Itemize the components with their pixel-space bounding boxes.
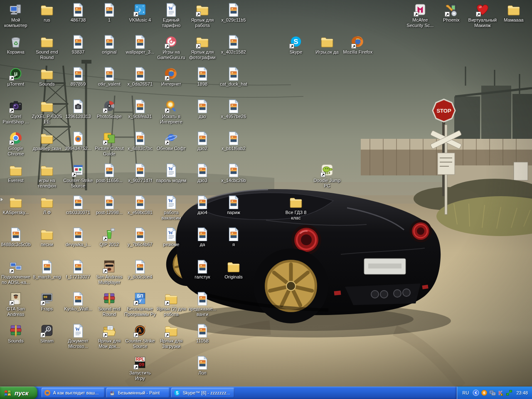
desktop-icon-march-eng[interactable]: 8_march_eng: [31, 259, 63, 280]
desktop-icon-utorrent[interactable]: µµTorrent: [0, 66, 32, 87]
desktop-icon-yarlyk2-rabota[interactable]: Ярлык (2) для работа: [155, 291, 187, 317]
desktop-icon-sound-end-round-rar[interactable]: Sound end Round: [94, 291, 125, 317]
desktop-icon-x-029c11b5[interactable]: x_029c11b5: [218, 2, 249, 23]
language-indicator[interactable]: RU: [461, 390, 471, 395]
desktop-icon-photoscape[interactable]: PhotoScape: [94, 99, 125, 119]
desktop-icon-zapustit-igru[interactable]: RPL09Запустить Игру: [124, 355, 156, 381]
desktop-icon-mamaaaa[interactable]: Мамаааа: [498, 2, 530, 23]
desktop-icon-file-1[interactable]: 1: [94, 2, 125, 23]
desktop-icon-picture-cutout-guide[interactable]: Picture Cutout Guide: [94, 131, 125, 157]
desktop-icon-pesni[interactable]: песни: [31, 227, 63, 247]
desktop-icon-post-11656[interactable]: post-11656...: [94, 163, 125, 183]
taskbar-task-firefox[interactable]: А как выглядит ваш...: [42, 388, 105, 398]
desktop-icon-google-chrome[interactable]: Google Chrome: [0, 131, 32, 157]
desktop-icon-sounds-folder[interactable]: Sounds: [31, 66, 63, 87]
network-tray-icon[interactable]: [489, 389, 496, 396]
desktop-icon-predskazanie[interactable]: предсказае... ванги: [187, 291, 218, 317]
desktop-icon-x-0da26571[interactable]: x_0da26571: [124, 66, 156, 87]
desktop-icon-x-e59bc081[interactable]: x_e59bc081: [124, 195, 156, 215]
desktop-icon-file-486738[interactable]: 486738: [62, 2, 94, 23]
desktop-icon-internet[interactable]: Интернет: [155, 66, 187, 87]
desktop-icon-igry-na-telefon[interactable]: игры на телефон: [31, 163, 63, 189]
desktop-icon-file-399434752[interactable]: 399434752...: [62, 131, 94, 151]
desktop-icon-sounds-rar[interactable]: Sounds: [0, 323, 32, 344]
desktop-icon-qip-2012[interactable]: QIP 2012: [94, 227, 125, 247]
desktop-icon-dzo4[interactable]: дзо4: [187, 195, 218, 215]
desktop-icon-originals[interactable]: Originals: [218, 259, 249, 280]
desktop-icon-kaspersky-folder[interactable]: KASpersky...: [0, 195, 32, 215]
desktop-icon-yarlyk-rabota[interactable]: Ярлык для работа: [187, 2, 218, 28]
desktop-icon-sound-end-round[interactable]: Sound end Round: [31, 34, 63, 60]
desktop-icon-mozilla-firefox[interactable]: Mozilla Firefox: [342, 34, 374, 55]
taskbar-task-skype[interactable]: SSkype™ [6] - zzzzzzz...: [171, 388, 234, 398]
desktop-icon-da[interactable]: да: [187, 227, 218, 247]
desktop-icon-x-14cbc26b[interactable]: x_14cbc26b: [218, 163, 249, 183]
taskbar-task-paint[interactable]: Безымянный - Paint: [106, 388, 170, 398]
desktop-icon-x-9c6fea31[interactable]: x_9c6fea31: [124, 99, 156, 119]
desktop-icon-crb0330071[interactable]: crb0330071: [62, 195, 94, 215]
desktop-icon-steam[interactable]: Steam: [31, 323, 63, 344]
desktop-icon-cat-duck-hat[interactable]: cat_duck_hat: [218, 66, 249, 87]
hide-icons-chevron-icon[interactable]: [473, 389, 479, 396]
connection-tray-icon[interactable]: [506, 389, 512, 396]
desktop-icon-igry-ok-da[interactable]: Игры,ок да: [311, 34, 343, 55]
desktop-icon-rus-folder[interactable]: rus: [31, 2, 63, 23]
desktop-icon-x-4957be26[interactable]: x_4957be26: [218, 99, 249, 119]
desktop-icon-dzo3[interactable]: дзо3: [187, 163, 218, 183]
desktop-icon-corel-paintshop[interactable]: Corel PaintShop ...: [0, 99, 32, 125]
desktop-icon-phoenix[interactable]: Phoenix: [436, 2, 467, 23]
desktop-icon-f-17213027[interactable]: f_17213027: [62, 259, 94, 280]
desktop-icon-otkr-valent[interactable]: otkr_valent: [94, 66, 125, 87]
desktop-icon-fraps[interactable]: 99Fraps: [31, 291, 63, 312]
desktop-icon-virtual-makiyazh[interactable]: Виртуальный Макияж: [467, 2, 498, 28]
desktop-icon-edinyi-tarifno[interactable]: WЕдиный тарифно: [155, 2, 187, 28]
desktop-icon-my-computer[interactable]: Мой компьютер: [0, 2, 32, 28]
desktop-icon-lol[interactable]: Лол: [187, 355, 218, 376]
desktop-icon-yarlyk-moi-dok[interactable]: Ярлык для Мои док...: [94, 323, 125, 349]
desktop-icon-vse-gdz[interactable]: Все ГДЗ 8 клас: [280, 195, 312, 221]
desktop-icon-rabota-vakansii[interactable]: Wработа вакансии: [155, 195, 187, 221]
desktop-icon-file-1296128313[interactable]: 1296128313: [62, 99, 94, 119]
desktop-icon-samp[interactable]: San Andreas Multiplayer: [94, 259, 125, 285]
desktop-icon-yarlyk-foto[interactable]: Ярлык для фотографии: [187, 34, 218, 60]
desktop-icon-devywka[interactable]: devywka_i...: [62, 227, 94, 247]
desktop-icon-x-402c1582[interactable]: x_402c1582: [218, 34, 249, 55]
kaspersky-tray-icon[interactable]: K!: [498, 389, 504, 396]
qip-tray-icon[interactable]: 6: [481, 389, 488, 396]
desktop-icon-iskat-v-internete[interactable]: Искать в Интернете: [155, 99, 187, 125]
desktop-icon-zyxel[interactable]: ZyXEL P-630S EE: [31, 99, 63, 125]
desktop-icon-yarlyk-zagruzki[interactable]: Ярлык для Загрузки: [155, 323, 187, 349]
desktop-icon-obnovi-soft[interactable]: Обнови Софт: [155, 131, 187, 151]
desktop-icon-vkmusic-4[interactable]: ♪VKMusic 4: [124, 2, 156, 23]
desktop-icon-file-897859[interactable]: 897859: [62, 66, 94, 87]
desktop-icon-kyoko-wall[interactable]: Kyoko_Wall...: [62, 291, 94, 312]
desktop-icon-cs-source-win[interactable]: Counter-Strike Source: [62, 163, 94, 189]
desktop-icon-dzo[interactable]: дзо: [187, 99, 218, 119]
desktop-icon-dzo2[interactable]: дзо2: [187, 131, 218, 151]
start-button[interactable]: пуск: [0, 387, 37, 399]
desktop-icon-file-1898[interactable]: 1898: [187, 66, 218, 87]
desktop-icon-wallpaper-3[interactable]: wallpaper_3...: [124, 34, 156, 55]
desktop-icon-skype[interactable]: SSkype: [280, 34, 312, 55]
desktop-icon-driver-skan[interactable]: драйвер скан: [31, 131, 63, 151]
desktop-icon-korzina[interactable]: ♻Корзина: [0, 34, 32, 55]
desktop-icon-x-6883c7bc[interactable]: x_6883c7bc: [124, 131, 156, 151]
desktop-icon-everest[interactable]: Everest: [0, 163, 32, 183]
desktop-icon-lf-folder[interactable]: Л.Ф: [31, 195, 63, 215]
desktop-icon-file-8488dc3c5c0b[interactable]: 8488dc3c5c0b: [0, 227, 32, 247]
desktop-icon-file-93837[interactable]: 93837: [62, 34, 94, 55]
desktop-icon-file-11058[interactable]: 11058: [187, 323, 218, 344]
desktop-icon-besplatnye[interactable]: БПУБесплатные Программы Ру: [124, 291, 156, 317]
desktop-icon-doodle-jump-pc[interactable]: Doodle Jump PC: [311, 163, 343, 189]
desktop-icon-x-bb1f6ab2[interactable]: x_bb1f6ab2: [218, 131, 249, 151]
desktop-icon-parizh[interactable]: париж: [218, 195, 249, 215]
desktop-icon-rezyume[interactable]: Wрезюме: [155, 227, 187, 247]
desktop-icon-adsl[interactable]: Подключение по ADSL-ка...: [0, 259, 32, 285]
desktop-icon-post-12998[interactable]: post-12998...: [94, 195, 125, 215]
desktop-icon-galstuk[interactable]: галстук: [187, 259, 218, 280]
desktop-icon-parol-modem[interactable]: Wпароль модем: [155, 163, 187, 183]
desktop-icon-mcafee[interactable]: McAfee Security Sc...: [404, 2, 436, 28]
desktop-icon-gta-san-andreas[interactable]: GTA San Andreas: [0, 291, 32, 317]
desktop-icon-cs-source-hl[interactable]: λ2Counter-Strike Source: [124, 323, 156, 349]
desktop-icon-y-7b6c4b67[interactable]: y_7b6c4b67: [124, 227, 156, 247]
